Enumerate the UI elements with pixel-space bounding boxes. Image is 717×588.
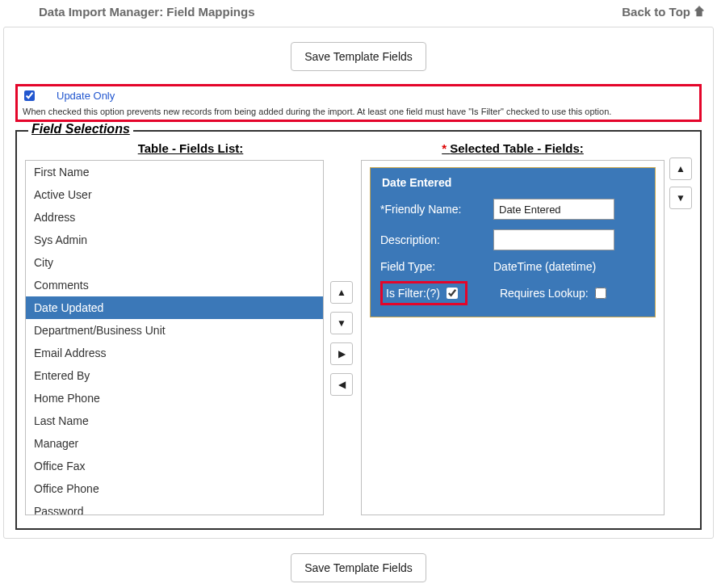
friendly-name-input[interactable] (493, 199, 614, 220)
list-item[interactable]: First Name (26, 161, 323, 183)
field-selections-legend: Field Selections (28, 122, 133, 136)
main-panel: Save Template Fields Update Only When ch… (3, 27, 714, 539)
list-item[interactable]: Comments (26, 274, 323, 296)
back-to-top-label: Back to Top (622, 5, 690, 19)
field-type-label: Field Type: (380, 260, 493, 273)
list-item[interactable]: Office Phone (26, 477, 323, 500)
field-selections-fieldset: Field Selections Table - Fields List: Fi… (15, 130, 702, 530)
update-only-highlight: Update Only When checked this option pre… (15, 84, 702, 122)
move-all-down-button[interactable]: ▼ (330, 312, 353, 334)
update-only-label: Update Only (57, 90, 115, 102)
update-only-checkbox[interactable] (24, 90, 35, 101)
list-item[interactable]: Password (26, 500, 323, 515)
update-only-description: When checked this option prevents new re… (21, 103, 696, 116)
reorder-down-button[interactable]: ▼ (669, 187, 692, 209)
arrow-up-icon: 🡅 (694, 5, 706, 19)
list-item[interactable]: Office Fax (26, 455, 323, 477)
page-title: Data Import Manager: Field Mappings (11, 5, 255, 19)
move-right-button[interactable]: ▶ (330, 342, 353, 365)
fields-list-heading: Table - Fields List: (25, 141, 356, 160)
selected-fields-heading: * Selected Table - Fields: (361, 141, 665, 160)
list-item[interactable]: Entered By (26, 364, 323, 387)
description-input[interactable] (493, 229, 614, 250)
is-filter-label: Is Filter:(?) (386, 287, 440, 300)
fields-listbox[interactable]: First NameActive UserAddressSys AdminCit… (25, 160, 324, 515)
selected-field-legend: Date Entered (380, 176, 645, 189)
list-item[interactable]: Manager (26, 432, 323, 455)
move-all-up-button[interactable]: ▲ (330, 281, 353, 304)
list-item[interactable]: Active User (26, 183, 323, 206)
list-item[interactable]: Last Name (26, 410, 323, 432)
selected-field-panel: Date Entered *Friendly Name: Description… (370, 167, 656, 317)
save-template-button-top[interactable]: Save Template Fields (291, 42, 426, 71)
list-item[interactable]: Department/Business Unit (26, 319, 323, 342)
list-item[interactable]: Address (26, 206, 323, 229)
is-filter-checkbox[interactable] (447, 288, 458, 299)
list-item[interactable]: Sys Admin (26, 229, 323, 251)
list-item[interactable]: Email Address (26, 342, 323, 364)
requires-lookup-checkbox[interactable] (595, 288, 606, 299)
selected-fields-box: Date Entered *Friendly Name: Description… (361, 160, 665, 515)
save-template-button-bottom[interactable]: Save Template Fields (291, 553, 426, 582)
list-item[interactable]: Date Updated (26, 296, 323, 319)
description-label: Description: (380, 233, 493, 246)
back-to-top-link[interactable]: Back to Top 🡅 (622, 5, 706, 19)
list-item[interactable]: City (26, 251, 323, 274)
list-item[interactable]: Home Phone (26, 387, 323, 410)
reorder-up-button[interactable]: ▲ (669, 158, 692, 180)
friendly-name-label: *Friendly Name: (380, 203, 493, 216)
requires-lookup-label: Requires Lookup: (500, 287, 589, 300)
move-left-button[interactable]: ◀ (330, 373, 353, 396)
is-filter-highlight: Is Filter:(?) (380, 281, 468, 305)
field-type-value: DateTime (datetime) (493, 260, 596, 273)
